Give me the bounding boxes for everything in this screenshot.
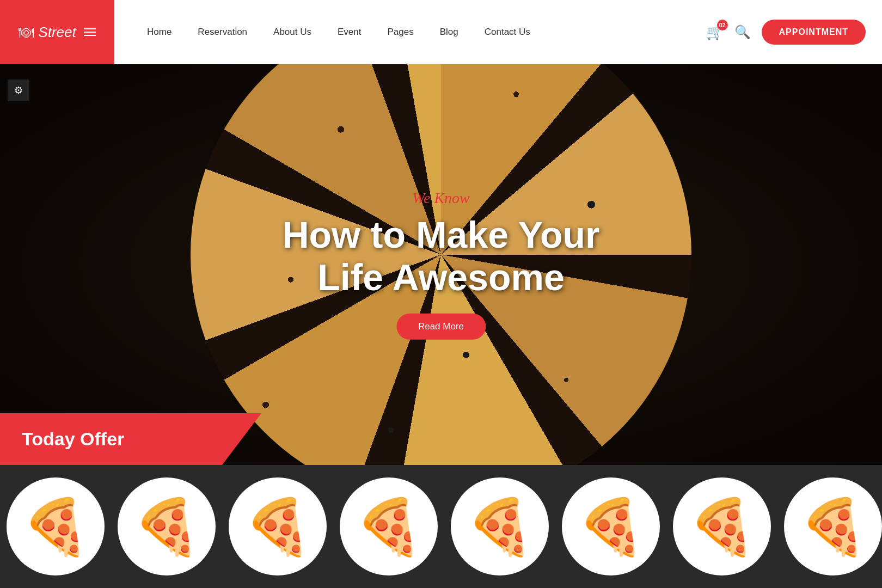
header: 🍽 Street Home Reservation About Us Event…	[0, 0, 882, 64]
pizza-item-3[interactable]: 🍕	[229, 477, 327, 575]
header-right: 🛒 02 🔍 APPOINTMENT	[706, 20, 882, 45]
pizza-emoji-3: 🍕	[244, 499, 312, 554]
logo-text: Street	[38, 24, 76, 41]
nav-item-contact[interactable]: Contact Us	[485, 27, 530, 38]
hero-title: How to Make Your Life Awesome	[282, 213, 599, 298]
logo-icon: 🍽	[19, 23, 34, 41]
pizza-item-7[interactable]: 🍕	[673, 477, 771, 575]
pizza-emoji-4: 🍕	[355, 499, 423, 554]
pizza-emoji-7: 🍕	[688, 499, 756, 554]
pizza-item-5[interactable]: 🍕	[451, 477, 549, 575]
hero-section: ⚙ We Know How to Make Your Life Awesome …	[0, 64, 882, 465]
cart-button[interactable]: 🛒 02	[706, 24, 724, 41]
logo-inner: 🍽 Street	[19, 23, 95, 41]
nav-item-pages[interactable]: Pages	[388, 27, 414, 38]
cart-badge: 02	[717, 20, 728, 30]
offer-text: Today Offer	[22, 428, 124, 449]
offer-main: Today Offer	[0, 413, 261, 465]
pizza-item-8[interactable]: 🍕	[784, 477, 882, 575]
nav-item-blog[interactable]: Blog	[440, 27, 458, 38]
pizza-emoji-5: 🍕	[466, 499, 534, 554]
appointment-button[interactable]: APPOINTMENT	[762, 20, 866, 45]
pizza-row: 🍕 🍕 🍕 🍕 🍕 🍕 🍕 🍕 🍕	[0, 465, 882, 588]
nav-item-event[interactable]: Event	[338, 27, 361, 38]
search-button[interactable]: 🔍	[734, 24, 751, 40]
gear-icon: ⚙	[14, 84, 23, 96]
nav-item-about[interactable]: About Us	[273, 27, 311, 38]
logo-area: 🍽 Street	[0, 0, 114, 64]
nav-item-reservation[interactable]: Reservation	[198, 27, 247, 38]
pizza-item-1[interactable]: 🍕	[7, 477, 105, 575]
nav-item-home[interactable]: Home	[147, 27, 171, 38]
pizza-item-6[interactable]: 🍕	[562, 477, 660, 575]
today-offer-banner[interactable]: Today Offer	[0, 413, 261, 465]
pizza-item-2[interactable]: 🍕	[118, 477, 216, 575]
pizza-emoji-6: 🍕	[577, 499, 645, 554]
pizza-emoji-2: 🍕	[133, 499, 201, 554]
pizza-emoji-8: 🍕	[799, 499, 867, 554]
hero-content: We Know How to Make Your Life Awesome Re…	[282, 189, 599, 340]
main-nav: Home Reservation About Us Event Pages Bl…	[114, 27, 706, 38]
hamburger-icon[interactable]	[84, 28, 96, 36]
hero-subtitle: We Know	[282, 189, 599, 207]
read-more-button[interactable]: Read More	[396, 314, 486, 340]
pizza-item-4[interactable]: 🍕	[340, 477, 438, 575]
pizza-emoji-1: 🍕	[22, 499, 90, 554]
gear-button[interactable]: ⚙	[8, 79, 29, 101]
